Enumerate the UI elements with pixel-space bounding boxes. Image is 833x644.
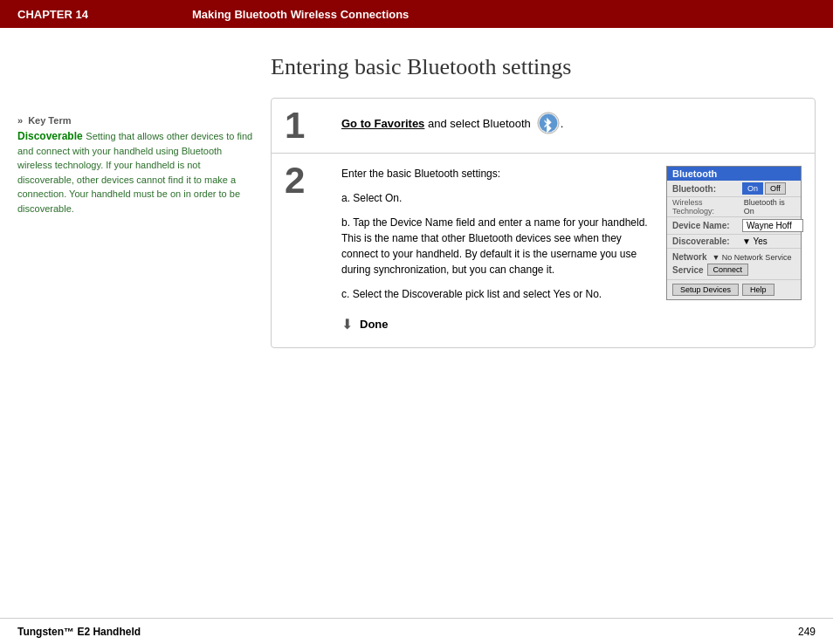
bt-network-row: Network ▼ No Network Service bbox=[672, 252, 795, 262]
list-text-b: Tap the Device Name field and enter a na… bbox=[341, 216, 648, 276]
bt-setup-devices-button[interactable]: Setup Devices bbox=[672, 284, 739, 296]
step-2-number: 2 bbox=[272, 154, 333, 208]
done-label: Done bbox=[360, 316, 389, 333]
bt-device-name-label: Device Name: bbox=[672, 221, 742, 230]
steps-container: 1 Go to Favorites and select Bluetooth bbox=[271, 98, 816, 348]
sidebar: Key Term Discoverable Setting that allow… bbox=[17, 45, 271, 600]
list-label-a: a. bbox=[341, 192, 353, 204]
footer-bar: Tungsten™ E2 Handheld 249 bbox=[0, 618, 833, 644]
key-term-definition: Setting that allows other devices to fin… bbox=[17, 131, 252, 214]
key-term-header: Key Term bbox=[17, 115, 253, 126]
list-item-c: c. Select the Discoverable pick list and… bbox=[341, 286, 649, 302]
list-item-b: b. Tap the Device Name field and enter a… bbox=[341, 215, 649, 277]
footer-brand: Tungsten™ E2 Handheld bbox=[17, 626, 141, 638]
bt-panel-title: Bluetooth bbox=[667, 167, 801, 181]
step-2-intro: Enter the basic Bluetooth settings: bbox=[341, 166, 649, 182]
list-label-b: b. bbox=[341, 216, 353, 229]
bt-bluetooth-label: Bluetooth: bbox=[672, 184, 742, 194]
step-2-list: a. Select On. b. Tap the Device Name fie… bbox=[341, 190, 649, 302]
bluetooth-icon bbox=[536, 111, 561, 135]
done-section: ⬇ Done bbox=[341, 314, 649, 335]
key-term-entry: Discoverable Setting that allows other d… bbox=[17, 129, 253, 216]
main-content: Entering basic Bluetooth settings 1 Go t… bbox=[271, 45, 816, 600]
footer-brand-text: Tungsten™ E2 Handheld bbox=[17, 626, 141, 638]
bt-network-section: Network ▼ No Network Service Service Con… bbox=[667, 249, 801, 280]
bt-help-button[interactable]: Help bbox=[742, 284, 774, 296]
bt-device-name-field[interactable]: Wayne Hoff bbox=[742, 219, 803, 232]
bt-bottom-buttons: Setup Devices Help bbox=[667, 280, 801, 299]
bt-discoverable-label: Discoverable: bbox=[672, 236, 742, 246]
bt-network-label: Network bbox=[672, 252, 706, 262]
go-to-favorites-link[interactable]: Go to Favorites bbox=[341, 117, 424, 130]
wireless-tech-label: Wireless Technology: bbox=[672, 198, 744, 216]
step-1-period: . bbox=[561, 117, 564, 130]
bt-discoverable-value[interactable]: ▼ Yes bbox=[742, 236, 768, 246]
step-1-instruction: Go to Favorites and select Bluetooth . bbox=[341, 111, 806, 135]
step-2-row: 2 Enter the basic Bluetooth settings: a.… bbox=[272, 154, 815, 347]
key-term-label: Key Term bbox=[28, 115, 71, 126]
page-heading: Entering basic Bluetooth settings bbox=[271, 54, 816, 80]
header-title: Making Bluetooth Wireless Connections bbox=[192, 8, 409, 21]
wireless-tech-value: Bluetooth is On bbox=[744, 198, 795, 216]
step-1-content: Go to Favorites and select Bluetooth . bbox=[333, 99, 815, 147]
chapter-label: CHAPTER 14 bbox=[17, 8, 192, 21]
list-item-a: a. Select On. bbox=[341, 190, 649, 206]
bt-off-button[interactable]: Off bbox=[765, 182, 786, 195]
key-term-word: Discoverable bbox=[17, 130, 83, 142]
step-2-content: Enter the basic Bluetooth settings: a. S… bbox=[333, 154, 815, 347]
footer-page-number: 249 bbox=[798, 626, 816, 638]
bt-connect-button[interactable]: Connect bbox=[707, 264, 749, 276]
bt-service-label: Service bbox=[672, 265, 704, 275]
bt-bluetooth-row: Bluetooth: On Off bbox=[667, 181, 801, 197]
bt-settings-panel: Bluetooth Bluetooth: On Off Wireles bbox=[666, 166, 802, 300]
list-text-c: Select the Discoverable pick list and se… bbox=[353, 288, 602, 300]
bt-network-dropdown[interactable]: ▼ No Network Service bbox=[712, 253, 791, 262]
bt-discoverable-row: Discoverable: ▼ Yes bbox=[667, 235, 801, 249]
bt-service-row: Service Connect bbox=[672, 264, 795, 276]
step-1-text-before: Go to Favorites and select Bluetooth bbox=[341, 117, 531, 130]
bt-device-name-row: Device Name: Wayne Hoff bbox=[667, 217, 801, 235]
bt-toggle: On Off bbox=[742, 182, 786, 195]
step-2-inner: Enter the basic Bluetooth settings: a. S… bbox=[341, 166, 806, 335]
done-icon: ⬇ bbox=[341, 314, 353, 335]
bt-on-button[interactable]: On bbox=[742, 182, 763, 195]
step-2-text: Enter the basic Bluetooth settings: a. S… bbox=[341, 166, 649, 335]
bluetooth-panel-screenshot: Bluetooth Bluetooth: On Off Wireles bbox=[666, 166, 806, 335]
step-1-number: 1 bbox=[272, 99, 333, 153]
step-1-row: 1 Go to Favorites and select Bluetooth bbox=[272, 99, 815, 154]
header-bar: CHAPTER 14 Making Bluetooth Wireless Con… bbox=[0, 0, 833, 28]
list-text-a: Select On. bbox=[353, 192, 402, 204]
step-1-text-after: and select Bluetooth bbox=[428, 117, 531, 130]
list-label-c: c. bbox=[341, 288, 353, 300]
wireless-tech-row: Wireless Technology: Bluetooth is On bbox=[667, 197, 801, 217]
